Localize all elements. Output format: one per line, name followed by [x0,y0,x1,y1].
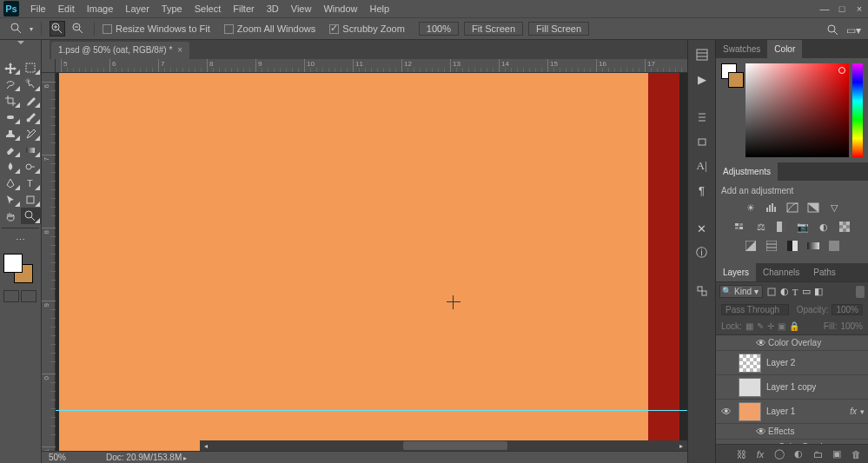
filter-type-icon[interactable]: T [792,287,798,297]
layer-thumbnail[interactable] [739,378,761,397]
new-group-icon[interactable]: 🗀 [811,448,825,460]
layer-thumbnail[interactable] [739,402,761,421]
opacity-field[interactable]: 100% [832,304,863,315]
threshold-adj-icon[interactable] [785,239,800,253]
ruler-horizontal[interactable]: 567891011121314151617 [56,59,687,73]
shape-tool-icon[interactable] [21,191,42,208]
tab-channels[interactable]: Channels [756,263,806,281]
zoom-tool-preset-icon[interactable] [9,21,24,36]
filter-shape-icon[interactable]: ▭ [802,286,811,297]
filter-smart-icon[interactable]: ◧ [814,286,823,297]
channel-mixer-adj-icon[interactable]: ◐ [816,220,832,234]
eyedropper-tool-icon[interactable] [21,92,42,109]
document-info[interactable]: Doc: 20.9M/153.8M▸ [97,453,187,462]
move-tool-icon[interactable] [0,59,21,76]
tab-color[interactable]: Color [767,40,802,58]
layer-row[interactable]: Layer 1 copy [716,375,868,400]
hand-tool-icon[interactable] [0,208,21,224]
horizontal-guide[interactable] [56,410,687,411]
zoom-out-icon[interactable] [70,21,86,36]
window-close-button[interactable]: × [851,0,868,17]
levels-adj-icon[interactable] [764,201,779,215]
visibility-toggle[interactable]: 👁 [754,337,768,349]
menu-view[interactable]: View [285,3,318,14]
path-select-tool-icon[interactable] [0,191,21,208]
canvas[interactable]: ◂ ▸ [56,73,687,451]
eraser-tool-icon[interactable] [0,142,21,158]
tools-panel-icon[interactable]: ✕ [692,219,712,238]
toolbox-grip-icon[interactable] [2,40,40,47]
brightness-adj-icon[interactable]: ☀ [743,201,759,215]
photo-filter-adj-icon[interactable]: 📷 [795,220,811,234]
tab-layers[interactable]: Layers [716,263,756,281]
layer-name[interactable]: Layer 1 [766,407,795,416]
history-panel-icon[interactable] [692,45,712,64]
lock-position-icon[interactable]: ✛ [767,321,774,331]
scrollbar-thumb[interactable] [403,441,507,450]
paragraph-panel-icon[interactable]: ¶ [692,181,712,200]
foreground-color-swatch[interactable] [3,254,23,273]
clone-panel-icon[interactable] [692,132,712,151]
new-fill-adj-icon[interactable]: ◐ [792,448,805,460]
fx-badge[interactable]: fx [850,407,857,416]
brush-tool-icon[interactable] [21,109,42,125]
exposure-adj-icon[interactable] [805,201,821,215]
search-icon[interactable] [827,24,839,36]
layer-row[interactable]: Layer 2 [716,351,868,375]
filter-adj-icon[interactable]: ◐ [780,286,789,297]
color-swatch[interactable] [3,254,38,288]
ruler-vertical[interactable]: 678901 [42,73,56,451]
curves-adj-icon[interactable] [785,201,800,215]
pen-tool-icon[interactable] [0,175,21,191]
menu-layer[interactable]: Layer [119,3,156,14]
new-layer-icon[interactable]: ▣ [830,448,844,460]
dodge-tool-icon[interactable] [21,158,42,175]
lock-artboard-icon[interactable]: ▣ [778,321,785,331]
invert-adj-icon[interactable] [743,239,759,253]
zoom-in-icon[interactable] [50,21,65,36]
scroll-left-button[interactable]: ◂ [200,440,212,451]
bw-adj-icon[interactable] [774,220,790,234]
fill-screen-button[interactable]: Fill Screen [528,22,589,36]
document-tab[interactable]: 1.psd @ 50% (oat, RGB/8#) * × [51,42,189,59]
filter-toggle[interactable] [856,286,865,298]
hue-slider[interactable] [852,63,863,157]
resize-windows-checkbox[interactable]: Resize Windows to Fit [103,23,210,35]
color-field[interactable] [745,63,849,157]
menu-file[interactable]: File [24,3,52,14]
layer-effect-row[interactable]: 👁 Color Overlay [716,335,868,351]
quick-mask-icon[interactable] [3,290,19,302]
tab-adjustments[interactable]: Adjustments [716,162,778,181]
vibrance-adj-icon[interactable]: ▽ [826,201,842,215]
character-panel-icon[interactable]: A| [692,156,712,175]
crop-tool-icon[interactable] [0,92,21,109]
history-brush-tool-icon[interactable] [21,125,42,142]
filter-pixel-icon[interactable] [766,287,777,297]
layer-name[interactable]: Layer 1 copy [766,382,816,392]
filter-kind-select[interactable]: Kind ▾ [719,285,763,298]
menu-filter[interactable]: Filter [227,3,260,14]
color-picker-cursor[interactable] [838,67,845,74]
type-tool-icon[interactable]: T [21,175,42,191]
screen-mode-icon[interactable] [21,290,36,302]
lock-all-icon[interactable]: 🔒 [789,321,799,331]
workspace-switcher-icon[interactable]: ▭▾ [846,24,861,36]
delete-layer-icon[interactable]: 🗑 [849,448,863,460]
stamp-tool-icon[interactable] [0,125,21,142]
lock-transparency-icon[interactable]: ▦ [745,321,753,331]
libraries-panel-icon[interactable] [692,281,712,301]
gradient-map-adj-icon[interactable] [805,239,821,253]
zoom-level-field[interactable]: 50% [42,453,97,462]
tab-swatches[interactable]: Swatches [716,40,767,58]
hue-adj-icon[interactable] [732,220,748,234]
lut-adj-icon[interactable] [837,220,852,234]
zoom-all-checkbox[interactable]: Zoom All Windows [224,23,315,35]
quick-select-tool-icon[interactable] [21,76,42,92]
chevron-down-icon[interactable]: ▾ [860,407,865,416]
menu-edit[interactable]: Edit [52,3,81,14]
actions-panel-icon[interactable]: ▶ [692,69,712,89]
selective-color-adj-icon[interactable] [826,239,842,253]
visibility-toggle[interactable]: 👁 [719,406,733,418]
marquee-tool-icon[interactable] [21,59,42,76]
window-minimize-button[interactable]: — [816,0,833,17]
